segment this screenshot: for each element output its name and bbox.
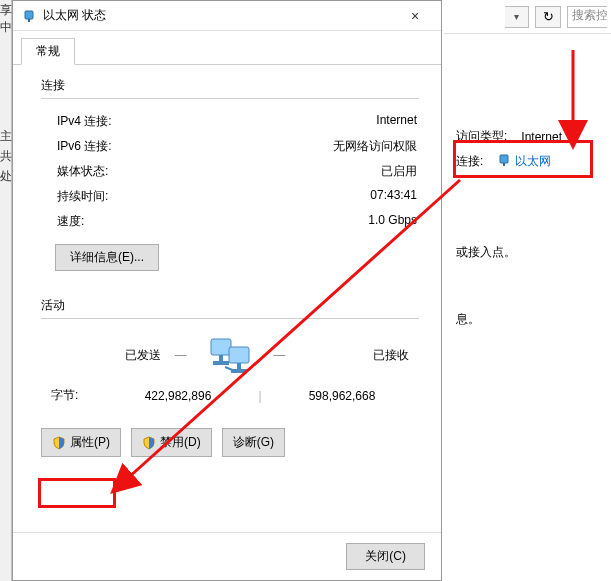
activity-dash-right: — (268, 348, 292, 362)
refresh-button[interactable]: ↻ (535, 6, 561, 28)
dialog-titlebar: 以太网 状态 × (13, 1, 441, 31)
svg-rect-0 (25, 11, 33, 19)
activity-bytes-row: 字节: 422,982,896 | 598,962,668 (41, 381, 419, 410)
connections-label: 连接: (456, 153, 483, 170)
tab-general-label: 常规 (36, 44, 60, 58)
received-label: 已接收 (299, 347, 409, 364)
address-toolbar: ▾ ↻ 搜索控 (444, 0, 611, 34)
disable-button[interactable]: 禁用(D) (131, 428, 212, 457)
ethernet-link-label: 以太网 (515, 153, 551, 170)
bytes-recv-value: 598,962,668 (275, 389, 409, 403)
activity-section-label: 活动 (41, 297, 419, 314)
details-button[interactable]: 详细信息(E)... (55, 244, 159, 271)
ethernet-icon (497, 153, 511, 170)
search-placeholder: 搜索控 (572, 8, 607, 22)
activity-header-row: 已发送 — — 已接收 (41, 329, 419, 381)
parent-window-left-edge: 享中 主 共 处 (0, 0, 12, 581)
connection-section-rule (41, 98, 419, 99)
svg-rect-9 (500, 155, 508, 163)
tab-general[interactable]: 常规 (21, 38, 75, 65)
dialog-title: 以太网 状态 (43, 7, 395, 24)
svg-rect-1 (28, 19, 30, 22)
sent-label: 已发送 (51, 347, 161, 364)
access-type-label: 访问类型: (456, 128, 507, 145)
close-button[interactable]: 关闭(C) (346, 543, 425, 570)
bytes-sent-value: 422,982,896 (111, 389, 245, 403)
close-button-label: 关闭(C) (365, 549, 406, 563)
duration-label: 持续时间: (57, 188, 108, 205)
duration-value: 07:43:41 (370, 188, 417, 205)
properties-button[interactable]: 属性(P) (41, 428, 121, 457)
svg-rect-3 (229, 347, 249, 363)
media-state-label: 媒体状态: (57, 163, 108, 180)
parent-window-right: ▾ ↻ 搜索控 访问类型: Internet 连接: 以太网 或接入点。 息。 (444, 0, 611, 581)
dialog-close-button[interactable]: × (395, 2, 435, 30)
speed-value: 1.0 Gbps (368, 213, 417, 230)
ethernet-link[interactable]: 以太网 (497, 153, 551, 170)
diagnose-button-label: 诊断(G) (233, 434, 274, 451)
tab-strip: 常规 (13, 31, 441, 65)
svg-rect-10 (503, 163, 505, 166)
ipv4-label: IPv4 连接: (57, 113, 112, 130)
ipv4-value: Internet (376, 113, 417, 130)
bytes-label: 字节: (51, 387, 111, 404)
properties-button-label: 属性(P) (70, 434, 110, 451)
bytes-sep: | (245, 389, 275, 403)
access-type-value: Internet (521, 130, 562, 144)
search-input[interactable]: 搜索控 (567, 6, 607, 28)
diagnose-button[interactable]: 诊断(G) (222, 428, 285, 457)
ipv6-label: IPv6 连接: (57, 138, 112, 155)
media-state-value: 已启用 (381, 163, 417, 180)
disable-button-label: 禁用(D) (160, 434, 201, 451)
address-dropdown-arrow[interactable]: ▾ (505, 6, 529, 28)
shield-icon (52, 436, 66, 450)
speed-label: 速度: (57, 213, 84, 230)
dialog-button-bar: 关闭(C) (13, 532, 441, 580)
action-button-row: 属性(P) 禁用(D) 诊断(G) (41, 428, 419, 457)
svg-rect-4 (219, 355, 223, 361)
svg-rect-6 (213, 361, 229, 365)
activity-section-rule (41, 318, 419, 319)
chevron-down-icon: ▾ (514, 11, 519, 22)
dialog-content: 连接 IPv4 连接: Internet IPv6 连接: 无网络访问权限 媒体… (13, 65, 441, 532)
activity-dash-left: — (169, 348, 193, 362)
ipv6-value: 无网络访问权限 (333, 138, 417, 155)
network-activity-icon (200, 335, 260, 375)
details-button-label: 详细信息(E)... (70, 250, 144, 264)
right-text-1: 或接入点。 (456, 244, 605, 261)
close-icon: × (411, 8, 419, 24)
refresh-icon: ↻ (543, 9, 554, 24)
ethernet-status-dialog: 以太网 状态 × 常规 连接 IPv4 连接: Internet IPv6 连接… (12, 0, 442, 581)
svg-rect-2 (211, 339, 231, 355)
ethernet-icon (21, 8, 37, 24)
svg-rect-5 (237, 363, 241, 369)
shield-icon (142, 436, 156, 450)
connection-section-label: 连接 (41, 77, 419, 94)
right-text-2: 息。 (456, 311, 605, 328)
